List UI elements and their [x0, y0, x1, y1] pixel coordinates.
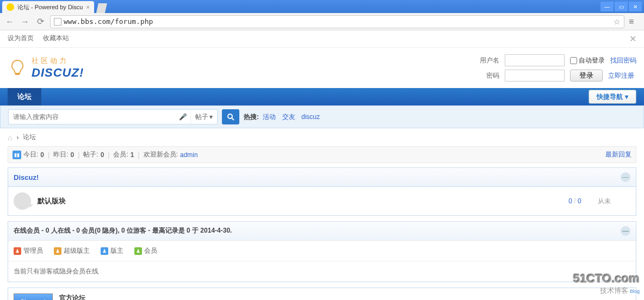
reload-button[interactable]: ⟳ — [35, 16, 46, 27]
forum-row: 默认版块 0 / 0 从未 — [8, 187, 636, 215]
category-title[interactable]: Discuz! — [14, 173, 39, 182]
maximize-button[interactable]: ▭ — [615, 2, 628, 11]
search-button[interactable] — [222, 109, 239, 124]
bookmark-star-icon[interactable]: ☆ — [614, 17, 621, 26]
search-row: 🎤 帖子 ▾ 热搜: 活动 交友 discuz — [0, 105, 644, 128]
register-link[interactable]: 立即注册 — [608, 71, 634, 80]
username-label: 用户名 — [478, 56, 499, 65]
breadcrumb: ⌂ › 论坛 — [0, 128, 644, 146]
online-message: 当前只有游客或隐身会员在线 — [8, 261, 636, 282]
favorite-link[interactable]: 收藏本站 — [43, 34, 69, 42]
official-section: Discuz.net 官方论坛 提供最新 Discuz! 产品新闻、软件下载与技… — [8, 288, 636, 300]
tab-title: 论坛 - Powered by Discu — [17, 3, 83, 11]
window-controls: — ▭ ✕ — [600, 2, 642, 11]
official-forum: Discuz.net 官方论坛 提供最新 Discuz! 产品新闻、软件下载与技… — [8, 288, 636, 300]
category-section: Discuz! — 默认版块 0 / 0 从未 — [8, 167, 636, 216]
back-button[interactable]: ← — [4, 16, 15, 27]
stats-icon[interactable]: ▮▮ — [13, 151, 21, 159]
search-type-dropdown[interactable]: 帖子 ▾ — [190, 110, 217, 124]
site-logo[interactable]: 社区动力 DISCUZ! — [8, 56, 84, 80]
chevron-down-icon: ▾ — [625, 93, 628, 101]
login-area: 用户名 自动登录 找回密码 密码 登录 立即注册 — [478, 54, 636, 82]
browser-menu-button[interactable]: ≡ — [629, 17, 640, 27]
forum-icon — [14, 192, 31, 210]
hot-link[interactable]: 交友 — [282, 113, 295, 121]
logo-en-text: DISCUZ! — [32, 66, 84, 80]
auto-login-label: 自动登录 — [579, 56, 605, 65]
username-input[interactable] — [505, 54, 565, 66]
member-icon: ♟ — [134, 247, 142, 255]
online-header: 在线会员 - 0 人在线 - 0 会员(0 隐身), 0 位游客 - 最高记录是… — [8, 222, 636, 241]
mod-icon: ♟ — [101, 247, 108, 255]
collapse-icon[interactable]: — — [621, 226, 630, 236]
new-tab-button[interactable] — [96, 3, 107, 13]
hot-link[interactable]: 活动 — [263, 113, 276, 121]
official-name[interactable]: 官方论坛 — [59, 293, 202, 300]
close-window-button[interactable]: ✕ — [629, 2, 642, 11]
supermod-icon: ♟ — [54, 247, 61, 255]
forward-button[interactable]: → — [20, 16, 30, 27]
chevron-down-icon: ▾ — [209, 113, 213, 121]
auto-login-checkbox[interactable] — [570, 57, 577, 64]
svg-rect-0 — [15, 73, 20, 75]
official-logo[interactable]: Discuz.net — [14, 293, 53, 300]
svg-line-2 — [232, 118, 234, 120]
browser-titlebar: 论坛 - Powered by Discu × — ▭ ✕ — [0, 0, 644, 13]
header: 社区动力 DISCUZ! 用户名 自动登录 找回密码 密码 登录 立即注册 — [0, 48, 644, 88]
browser-tab[interactable]: 论坛 - Powered by Discu × — [2, 1, 94, 13]
topbar-close-icon[interactable]: ✕ — [629, 34, 636, 44]
category-header: Discuz! — — [8, 168, 636, 187]
bulb-icon — [8, 58, 27, 78]
logo-cn-text: 社区动力 — [32, 56, 84, 66]
latest-reply-link[interactable]: 最新回复 — [605, 150, 631, 159]
online-legend: ♟管理员 ♟超级版主 ♟版主 ♟会员 — [8, 241, 636, 261]
search-box: 🎤 帖子 ▾ — [8, 109, 218, 124]
stats-bar: ▮▮ 今日: 0 | 昨日: 0 | 帖子: 0 | 会员: 1 | 欢迎新会员… — [8, 146, 636, 163]
hot-search: 热搜: 活动 交友 discuz — [244, 112, 322, 122]
forum-count: 0 / 0 — [559, 197, 591, 205]
main-nav: 论坛 快捷导航 ▾ — [0, 88, 644, 105]
password-label: 密码 — [478, 71, 499, 80]
admin-icon: ♟ — [14, 247, 21, 255]
quick-nav-button[interactable]: 快捷导航 ▾ — [589, 90, 636, 104]
breadcrumb-forum[interactable]: 论坛 — [23, 133, 36, 142]
tab-close-icon[interactable]: × — [86, 4, 89, 10]
password-input[interactable] — [505, 70, 565, 82]
page-content: 设为首页 收藏本站 ✕ 社区动力 DISCUZ! 用户名 自动登录 找回密码 密… — [0, 30, 644, 300]
url-box[interactable]: www.bbs.com/forum.php ☆ — [50, 15, 624, 28]
top-links-bar: 设为首页 收藏本站 ✕ — [0, 30, 644, 48]
favicon-icon — [7, 3, 14, 11]
search-icon — [227, 113, 234, 121]
online-section: 在线会员 - 0 人在线 - 0 会员(0 隐身), 0 位游客 - 最高记录是… — [8, 221, 636, 282]
svg-point-1 — [228, 114, 232, 118]
new-member-link[interactable]: admin — [180, 151, 198, 159]
hot-link[interactable]: discuz — [301, 113, 320, 121]
address-bar: ← → ⟳ www.bbs.com/forum.php ☆ ≡ — [0, 13, 644, 30]
forum-link[interactable]: 默认版块 — [38, 196, 552, 206]
breadcrumb-sep: › — [16, 134, 18, 141]
login-button[interactable]: 登录 — [570, 70, 603, 82]
tab-bar: 论坛 - Powered by Discu × — [2, 0, 107, 13]
set-home-link[interactable]: 设为首页 — [8, 34, 34, 42]
page-icon — [54, 18, 61, 26]
collapse-icon[interactable]: — — [621, 172, 630, 182]
search-input[interactable] — [9, 113, 176, 121]
find-password-link[interactable]: 找回密码 — [610, 56, 636, 65]
minimize-button[interactable]: — — [600, 2, 614, 11]
url-text: www.bbs.com/forum.php — [64, 17, 611, 26]
forum-last-post: 从未 — [598, 197, 630, 206]
nav-forum[interactable]: 论坛 — [8, 88, 41, 105]
microphone-icon[interactable]: 🎤 — [176, 113, 190, 121]
home-icon[interactable]: ⌂ — [8, 133, 12, 142]
